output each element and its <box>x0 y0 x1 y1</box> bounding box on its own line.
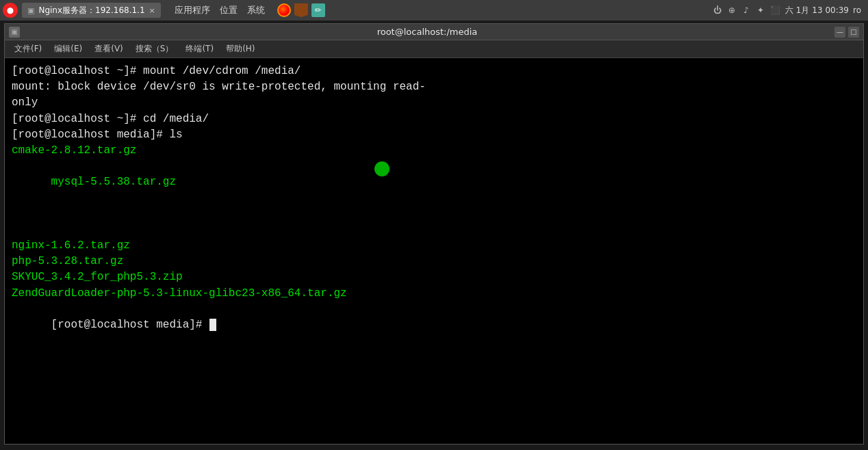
terminal-line-11[interactable]: [root@localhost media]# <box>12 302 856 349</box>
nginx-tab-label: Nginx服务器：192.168.1.1 <box>38 5 144 16</box>
volume-icon[interactable]: ♪ <box>740 4 752 16</box>
terminal-line-10: ZendGuardLoader-php-5.3-linux-glibc23-x8… <box>12 286 856 302</box>
tray-icons: ⏻ ⊕ ♪ ✦ ⬛ <box>711 4 781 16</box>
system-clock: 六 1月 13 00:39 <box>785 5 849 16</box>
menu-places[interactable]: 位置 <box>216 3 242 18</box>
maximize-button[interactable]: □ <box>848 27 859 38</box>
menu-help[interactable]: 帮助(H) <box>220 42 260 56</box>
terminal-line-9: SKYUC_3.4.2_for_php5.3.zip <box>12 269 856 285</box>
terminal-line-5: cmake-2.8.12.tar.gz <box>12 143 856 159</box>
bookmark-icon[interactable] <box>294 3 308 17</box>
power-icon[interactable]: ⏻ <box>711 4 724 16</box>
terminal-window: ▣ root@localhost:/media — □ 文件(F) 编辑(E) … <box>4 23 864 445</box>
edit-icon[interactable]: ✏ <box>311 3 325 17</box>
terminal-line-2: only <box>12 95 856 111</box>
terminal-content[interactable]: [root@localhost ~]# mount /dev/cdrom /me… <box>5 58 863 444</box>
green-dot-indicator <box>374 161 390 176</box>
menu-apps[interactable]: 应用程序 <box>170 3 214 18</box>
quick-launch: ✏ <box>277 3 325 17</box>
menu-terminal[interactable]: 终端(T) <box>180 42 219 56</box>
terminal-line-4: [root@localhost media]# ls <box>12 127 856 143</box>
menu-view[interactable]: 查看(V) <box>89 42 129 56</box>
terminal-line-6: mysql-5.5.38.tar.gz <box>12 159 856 238</box>
terminal-line-7: nginx-1.6.2.tar.gz <box>12 238 856 254</box>
terminal-icon: ▣ <box>27 6 34 15</box>
terminal-line-8: php-5.3.28.tar.gz <box>12 254 856 269</box>
display-icon[interactable]: ⬛ <box>769 4 781 16</box>
menu-search[interactable]: 搜索（S） <box>130 42 179 56</box>
terminal-window-icon: ▣ <box>9 27 20 38</box>
terminal-title: root@localhost:/media <box>20 27 834 37</box>
apps-icon[interactable]: ● <box>3 3 18 18</box>
terminal-titlebar: ▣ root@localhost:/media — □ <box>5 24 863 40</box>
app-menu-bar: 应用程序 位置 系统 <box>170 3 269 18</box>
menu-file[interactable]: 文件(F) <box>9 42 47 56</box>
taskbar: ● ▣ Nginx服务器：192.168.1.1 × 应用程序 位置 系统 ✏ … <box>0 0 868 21</box>
username-right: ro <box>853 5 861 15</box>
menu-system[interactable]: 系统 <box>243 3 269 18</box>
terminal-window-controls: — □ <box>834 27 859 38</box>
firefox-icon[interactable] <box>277 3 291 17</box>
network-icon[interactable]: ⊕ <box>726 4 738 16</box>
terminal-line-0: [root@localhost ~]# mount /dev/cdrom /me… <box>12 64 856 79</box>
nginx-tab[interactable]: ▣ Nginx服务器：192.168.1.1 × <box>22 3 161 18</box>
terminal-menubar: 文件(F) 编辑(E) 查看(V) 搜索（S） 终端(T) 帮助(H) <box>5 40 863 58</box>
minimize-button[interactable]: — <box>834 27 845 38</box>
taskbar-right: ⏻ ⊕ ♪ ✦ ⬛ 六 1月 13 00:39 ro <box>711 4 865 16</box>
nginx-tab-close[interactable]: × <box>149 6 155 15</box>
menu-edit[interactable]: 编辑(E) <box>49 42 88 56</box>
taskbar-left: ● ▣ Nginx服务器：192.168.1.1 × 应用程序 位置 系统 ✏ <box>3 3 709 18</box>
terminal-line-3: [root@localhost ~]# cd /media/ <box>12 111 856 127</box>
terminal-line-1: mount: block device /dev/sr0 is write-pr… <box>12 79 856 95</box>
bluetooth-icon[interactable]: ✦ <box>754 4 767 16</box>
terminal-cursor <box>209 319 216 331</box>
